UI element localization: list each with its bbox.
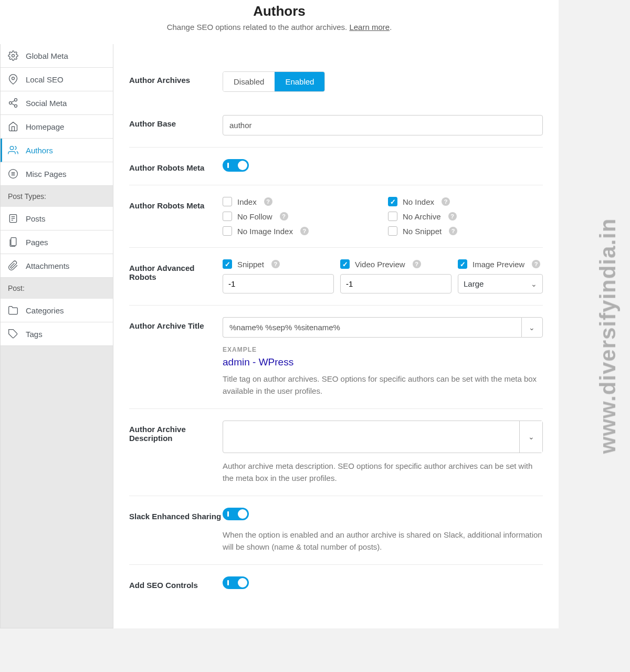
field-label: Add SEO Controls: [129, 576, 223, 591]
home-icon: [8, 121, 18, 132]
row-advanced-robots: Author Advanced Robots Snippet? Video Pr…: [129, 253, 543, 306]
sidebar-item-attachments[interactable]: Attachments: [1, 254, 113, 278]
page-title: Authors: [10, 3, 548, 19]
seo-controls-switch[interactable]: [223, 576, 249, 589]
checkbox-no-follow[interactable]: No Follow?: [223, 212, 377, 221]
help-icon[interactable]: ?: [442, 197, 450, 206]
help-icon[interactable]: ?: [448, 212, 457, 220]
folder-icon: [8, 305, 18, 316]
expand-button[interactable]: ⌄: [521, 317, 543, 338]
svg-rect-16: [11, 238, 16, 246]
help-icon[interactable]: ?: [271, 260, 280, 268]
help-icon[interactable]: ?: [300, 227, 309, 235]
chevron-down-icon: ⌄: [528, 433, 534, 441]
content-panel: Author Archives Disabled Enabled Author …: [113, 44, 559, 628]
sidebar-item-categories[interactable]: Categories: [1, 299, 113, 322]
sidebar-item-label: Authors: [26, 146, 53, 155]
checkbox-no-archive[interactable]: No Archive?: [388, 212, 543, 221]
sidebar-item-tags[interactable]: Tags: [1, 322, 113, 346]
page-header: Authors Change SEO options related to th…: [0, 0, 559, 44]
field-label: Author Base: [129, 115, 223, 135]
sidebar-item-misc-pages[interactable]: Misc Pages: [1, 162, 113, 186]
field-label: Author Robots Meta: [129, 197, 223, 236]
field-label: Author Archive Description: [129, 421, 223, 484]
sidebar-item-pages[interactable]: Pages: [1, 230, 113, 254]
users-icon: [8, 145, 18, 155]
expand-button[interactable]: ⌄: [519, 421, 542, 453]
svg-point-4: [15, 104, 17, 107]
video-preview-input[interactable]: [340, 274, 452, 293]
archive-description-input[interactable]: [223, 421, 519, 453]
sidebar-header-post-types: Post Types:: [1, 186, 113, 207]
learn-more-link[interactable]: Learn more: [349, 23, 390, 32]
archive-title-input[interactable]: [223, 317, 521, 338]
sidebar: Global Meta Local SEO Social Meta Homepa…: [0, 44, 113, 628]
row-archive-description: Author Archive Description ⌄ Author arch…: [129, 414, 543, 496]
sidebar-item-label: Homepage: [26, 122, 64, 131]
sidebar-item-label: Global Meta: [26, 51, 68, 60]
svg-point-0: [12, 55, 15, 57]
field-label: Author Archive Title: [129, 317, 223, 397]
author-base-input[interactable]: [223, 115, 543, 135]
field-label: Slack Enhanced Sharing: [129, 508, 223, 553]
author-archives-toggle: Disabled Enabled: [223, 71, 325, 92]
sidebar-item-social-meta[interactable]: Social Meta: [1, 91, 113, 115]
checkbox-index[interactable]: Index?: [223, 197, 377, 206]
share-icon: [8, 98, 18, 108]
sidebar-item-homepage[interactable]: Homepage: [1, 115, 113, 139]
svg-point-2: [15, 99, 17, 101]
sidebar-header-post: Post:: [1, 278, 113, 299]
sidebar-item-label: Categories: [26, 306, 64, 315]
help-icon[interactable]: ?: [280, 212, 288, 220]
document-icon: [8, 213, 18, 224]
tag-icon: [8, 329, 18, 339]
help-text: Author archive meta description. SEO opt…: [223, 460, 543, 484]
sidebar-item-label: Local SEO: [26, 75, 64, 84]
checkbox-snippet[interactable]: Snippet?: [223, 259, 334, 269]
paperclip-icon: [8, 260, 18, 271]
checkbox-image-preview[interactable]: Image Preview?: [458, 259, 543, 269]
slack-switch[interactable]: [223, 508, 249, 520]
svg-point-1: [12, 77, 15, 80]
snippet-value-input[interactable]: [223, 274, 334, 293]
pin-icon: [8, 74, 18, 85]
row-author-archives: Author Archives Disabled Enabled: [129, 65, 543, 103]
checkbox-no-snippet[interactable]: No Snippet?: [388, 226, 543, 236]
checkbox-no-index[interactable]: No Index?: [388, 197, 543, 206]
help-icon[interactable]: ?: [449, 227, 457, 235]
svg-line-6: [12, 103, 15, 105]
enabled-button[interactable]: Enabled: [275, 72, 324, 91]
row-seo-controls: Add SEO Controls: [129, 570, 543, 602]
help-icon[interactable]: ?: [413, 260, 421, 268]
row-archive-title: Author Archive Title ⌄ EXAMPLE admin - W…: [129, 311, 543, 409]
checkbox-video-preview[interactable]: Video Preview?: [340, 259, 452, 269]
help-text: Title tag on author archives. SEO option…: [223, 373, 543, 397]
disabled-button[interactable]: Disabled: [223, 72, 275, 91]
sidebar-item-label: Social Meta: [26, 99, 67, 108]
list-icon: [8, 169, 18, 179]
sidebar-item-label: Misc Pages: [26, 170, 67, 178]
checkbox-no-image-index[interactable]: No Image Index?: [223, 226, 377, 236]
sidebar-item-label: Attachments: [26, 261, 69, 270]
help-icon[interactable]: ?: [264, 197, 272, 206]
sidebar-item-label: Tags: [26, 330, 43, 339]
robots-meta-switch[interactable]: [223, 159, 249, 172]
row-slack-sharing: Slack Enhanced Sharing When the option i…: [129, 501, 543, 565]
example-value: admin - WPress: [223, 356, 543, 368]
sidebar-item-local-seo[interactable]: Local SEO: [1, 68, 113, 91]
help-icon[interactable]: ?: [532, 260, 540, 268]
sidebar-item-posts[interactable]: Posts: [1, 207, 113, 230]
sidebar-item-authors[interactable]: Authors: [1, 139, 113, 162]
sidebar-item-global-meta[interactable]: Global Meta: [1, 44, 113, 68]
help-text: When the option is enabled and an author…: [223, 529, 543, 553]
page-subtitle: Change SEO options related to the author…: [10, 23, 548, 32]
row-author-base: Author Base: [129, 109, 543, 148]
page-icon: [8, 237, 18, 247]
image-preview-select[interactable]: Large⌄: [458, 274, 543, 293]
svg-line-5: [12, 100, 15, 102]
sidebar-item-label: Pages: [26, 238, 48, 247]
chevron-down-icon: ⌄: [531, 280, 537, 288]
field-label: Author Archives: [129, 71, 223, 92]
sidebar-item-label: Posts: [26, 214, 46, 223]
svg-point-7: [10, 146, 14, 150]
